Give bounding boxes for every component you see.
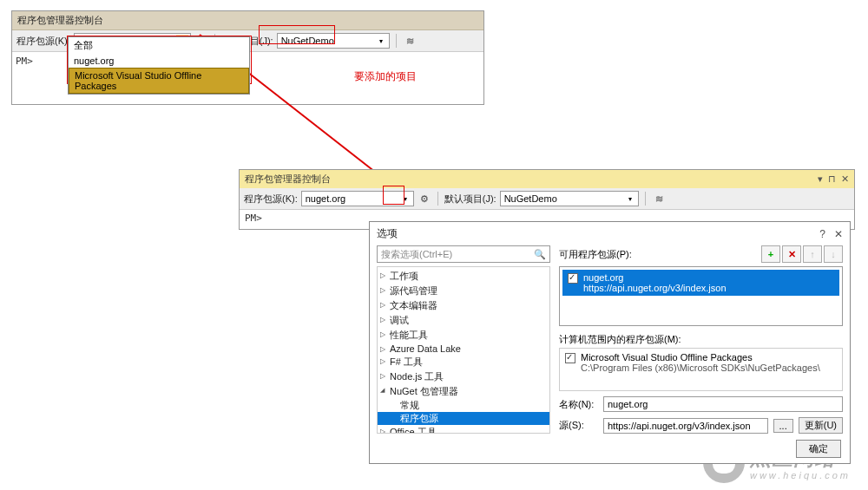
add-button[interactable]: + [761,245,780,263]
tree-item[interactable]: 工作项 [378,269,549,284]
options-tree[interactable]: 工作项 源代码管理 文本编辑器 调试 性能工具 Azure Data Lake … [377,266,550,434]
clear-icon[interactable]: ≋ [652,193,667,205]
options-dialog: 选项 ? ✕ 搜索选项(Ctrl+E) 🔍 工作项 源代码管理 文本编辑器 调试… [369,221,851,464]
tree-item[interactable]: F# 工具 [378,355,549,369]
gear-icon[interactable]: ⚙ [418,192,431,206]
source-value: nuget.org [306,193,345,204]
tree-item[interactable]: 性能工具 [378,328,549,343]
separator [396,34,397,48]
source-name: nuget.org [583,272,727,283]
machine-label: 计算机范围内的程序包源(M): [559,333,843,346]
console-title: 程序包管理器控制台 ▾ ⊓ ✕ [240,170,854,188]
prompt: PM> [16,56,33,67]
chevron-down-icon[interactable]: ▾ [399,193,411,205]
pin-icon[interactable]: ⊓ [828,173,836,185]
chevron-down-icon[interactable]: ▾ [375,35,387,47]
dropdown-item[interactable]: nuget.org [69,54,249,68]
update-button[interactable]: 更新(U) [799,417,843,434]
source-item-selected[interactable]: nuget.org https://api.nuget.org/v3/index… [562,270,839,296]
url-label: 源(S): [559,419,598,432]
separator [645,192,646,206]
help-icon[interactable]: ? [819,228,825,240]
tree-item[interactable]: 源代码管理 [378,284,549,298]
checkbox-icon[interactable] [568,273,578,284]
url-input[interactable] [603,418,768,434]
chevron-down-icon[interactable]: ▾ [624,193,636,205]
tree-subitem[interactable]: 常规 [378,399,549,412]
tree-item[interactable]: 调试 [378,313,549,328]
source-label: 程序包源(K): [244,193,298,206]
down-button[interactable]: ↓ [824,245,843,263]
source-list[interactable]: nuget.org https://api.nuget.org/v3/index… [559,266,843,326]
machine-name: Microsoft Visual Studio Offline Packages [581,352,820,363]
dialog-title: 选项 [377,226,398,241]
default-project-combo[interactable]: NuGetDemo ▾ [500,191,639,206]
ok-button[interactable]: 确定 [796,440,841,458]
console-title: 程序包管理器控制台 [12,11,483,30]
default-label: 默认项目(J): [444,193,496,206]
source-dropdown: 全部 nuget.org Microsoft Visual Studio Off… [68,36,250,95]
close-icon[interactable]: ✕ [841,173,849,185]
remove-button[interactable]: ✕ [782,245,801,263]
window-buttons: ▾ ⊓ ✕ [818,173,849,185]
dropdown-icon[interactable]: ▾ [818,173,823,185]
annotation-target: 要添加的项目 [354,69,417,84]
source-label: 程序包源(K): [16,35,70,48]
browse-button[interactable]: ... [773,419,793,433]
search-placeholder: 搜索选项(Ctrl+E) [381,248,452,261]
tree-item[interactable]: 文本编辑器 [378,298,549,313]
available-label: 可用程序包源(P): [559,248,632,261]
dialog-titlebar: 选项 ? ✕ [370,222,850,245]
tree-item[interactable]: Azure Data Lake [378,343,549,355]
source-combo[interactable]: nuget.org ▾ [301,191,414,206]
name-label: 名称(N): [559,398,598,411]
close-icon[interactable]: ✕ [834,228,843,240]
tree-item[interactable]: Office 工具 [378,425,549,434]
separator [437,192,438,206]
dropdown-item[interactable]: 全部 [69,37,249,54]
checkbox-icon[interactable] [565,353,575,363]
up-button[interactable]: ↑ [803,245,822,263]
console-toolbar: 程序包源(K): nuget.org ▾ ⚙ 默认项目(J): NuGetDem… [240,188,854,210]
title-text: 程序包管理器控制台 [245,173,331,186]
search-icon: 🔍 [534,249,546,260]
watermark-url: www.heiqu.com [750,470,851,480]
tree-subitem-selected[interactable]: 程序包源 [378,412,549,425]
clear-icon[interactable]: ≋ [403,36,418,47]
prompt: PM> [245,212,262,224]
machine-path: C:\Program Files (x86)\Microsoft SDKs\Nu… [581,363,820,373]
tree-item-nuget[interactable]: NuGet 包管理器 [378,384,549,399]
default-value: NuGetDemo [504,193,557,204]
source-url: https://api.nuget.org/v3/index.json [583,283,727,293]
dropdown-item-selected[interactable]: Microsoft Visual Studio Offline Packages [69,68,249,94]
search-input[interactable]: 搜索选项(Ctrl+E) 🔍 [377,245,550,263]
name-input[interactable] [603,396,843,412]
tree-item[interactable]: Node.js 工具 [378,369,549,384]
default-value: NuGetDemo [281,36,334,46]
machine-list[interactable]: Microsoft Visual Studio Offline Packages… [559,348,843,391]
default-project-combo[interactable]: NuGetDemo ▾ [277,33,390,49]
